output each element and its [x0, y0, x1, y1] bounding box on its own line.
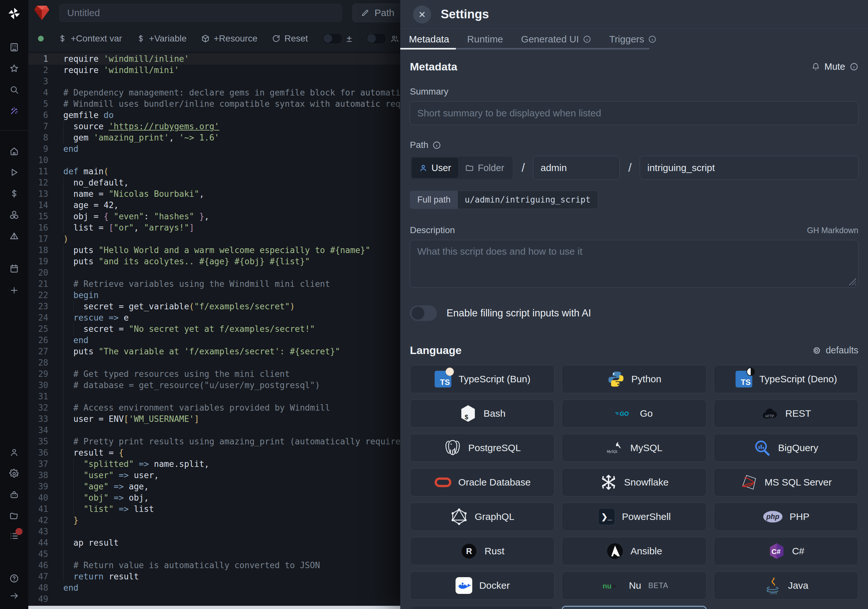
sidebar-prism-icon[interactable] [0, 231, 28, 241]
info-icon[interactable] [850, 62, 858, 71]
language-bigquery-button[interactable]: BigQuery [714, 434, 858, 462]
sidebar-folder-icon[interactable] [0, 511, 28, 521]
full-path-label: Full path [410, 191, 458, 209]
language-typescript-deno--button[interactable]: TSTypeScript (Deno) [714, 365, 858, 393]
line-number: 40 [28, 492, 48, 504]
close-settings-button[interactable] [413, 5, 431, 23]
tab-metadata[interactable]: Metadata [409, 34, 449, 45]
description-textarea[interactable]: What this script does and how to use it [410, 240, 858, 287]
line-content: # Pretty print results using amazing_pri… [64, 436, 405, 447]
line-content: age = 42, [64, 200, 119, 211]
language-python-button[interactable]: Python [562, 365, 706, 393]
language-mysql-button[interactable]: MySQLMySQL [562, 434, 706, 462]
sidebar-home-icon[interactable] [0, 146, 28, 156]
language-oracle-database-button[interactable]: Oracle Database [410, 468, 555, 496]
info-icon [583, 35, 591, 43]
line-content: } [64, 515, 78, 526]
line-content: return result [64, 571, 139, 582]
line-content: end [64, 335, 88, 346]
line-content: begin [64, 290, 99, 301]
bottom-drawer-handle[interactable] [28, 606, 400, 609]
language-graphql-button[interactable]: GraphQL [410, 502, 555, 531]
tab-generated-ui[interactable]: Generated UI [521, 34, 591, 45]
toolbar-button--context-var[interactable]: +Context var [58, 33, 122, 44]
status-dot [38, 36, 44, 42]
language-ansible-button[interactable]: Ansible [562, 537, 706, 565]
notification-badge [16, 528, 23, 535]
path-label: Path [410, 140, 858, 150]
line-number: 22 [28, 290, 48, 301]
language-go-button[interactable]: GOGo [562, 399, 706, 428]
description-label: Description [410, 225, 455, 236]
tab-runtime[interactable]: Runtime [467, 34, 503, 45]
resize-grip[interactable] [849, 278, 856, 285]
language-c#-button[interactable]: C#C# [714, 537, 858, 565]
sidebar-arrow-right-icon[interactable] [0, 591, 28, 601]
line-content: name = "Nicolas Bourbaki", [64, 188, 204, 200]
line-content: secret = "No secret yet at f/examples/se… [64, 324, 315, 335]
summary-input[interactable]: Short summary to be displayed when liste… [410, 101, 858, 125]
sidebar-star-icon[interactable] [0, 64, 28, 73]
metadata-tab-content: Metadata Mute Summary Short summary to b… [400, 50, 868, 609]
toolbar-button--resource[interactable]: +Resource [201, 33, 257, 44]
line-number: 27 [28, 346, 48, 357]
line-number: 48 [28, 582, 48, 594]
line-number: 45 [28, 549, 48, 560]
sidebar-list-icon[interactable] [0, 531, 28, 541]
sidebar-cubes-icon[interactable] [0, 210, 28, 220]
language-rest-button[interactable]: HTTPREST [714, 399, 858, 428]
sidebar-play-icon[interactable] [0, 167, 28, 177]
toolbar-button-reset[interactable]: Reset [272, 33, 308, 44]
language-heading: Language [410, 344, 462, 356]
toolbar-toggle-people[interactable] [366, 33, 399, 44]
sidebar-user-icon[interactable] [0, 448, 28, 457]
line-number: 5 [28, 98, 48, 110]
sidebar-robot-icon[interactable] [0, 490, 28, 500]
tab-triggers[interactable]: Triggers [609, 34, 656, 45]
windmill-logo-icon[interactable] [0, 6, 28, 20]
sidebar-dollar-icon[interactable] [0, 189, 28, 198]
language-postgresql-button[interactable]: PostgreSQL [410, 434, 555, 462]
toolbar-button--variable[interactable]: +Variable [136, 33, 187, 44]
line-content: def main( [64, 166, 108, 177]
info-icon[interactable] [432, 141, 441, 150]
line-number: 3 [28, 76, 48, 87]
language-bash-button[interactable]: $Bash [410, 399, 555, 428]
language-rust-button[interactable]: RRust [410, 537, 555, 565]
full-path-badge: Full path u/admin/intriguing_script [410, 191, 598, 209]
sidebar-gear-icon[interactable] [0, 469, 28, 479]
script-title-input[interactable]: Untitled [59, 4, 342, 22]
language-snowflake-button[interactable]: Snowflake [562, 468, 706, 496]
language-defaults-button[interactable]: defaults [812, 345, 858, 356]
language-typescript-bun--button[interactable]: TSTypeScript (Bun) [410, 365, 555, 393]
language-powershell-button[interactable]: ❯_PowerShell [562, 502, 706, 531]
sidebar-search-icon[interactable] [0, 85, 28, 95]
line-content: gem 'amazing_print', '~> 1.6' [64, 132, 219, 143]
line-number: 38 [28, 470, 48, 481]
language-nu-button[interactable]: nu>NuBETA [562, 571, 706, 600]
language-ms-sql-server-button[interactable]: MS SQL Server [714, 468, 858, 496]
language-java-button[interactable]: JavaJava [714, 571, 858, 600]
line-number: 47 [28, 571, 48, 582]
path-name-input[interactable]: intriguing_script [640, 156, 858, 180]
ai-fill-toggle[interactable] [410, 305, 437, 321]
line-content: no_default, [64, 177, 129, 188]
path-owner-input[interactable]: admin [533, 156, 620, 180]
line-content: # Dependency management: declare gems in… [64, 87, 446, 98]
language-php-button[interactable]: phpPHP [714, 502, 858, 531]
line-content: # Windmill uses bundler/inline compatibl… [64, 98, 420, 110]
sidebar-building-icon[interactable] [0, 42, 28, 52]
owner-kind-user[interactable]: User [412, 158, 458, 178]
sidebar-help-icon[interactable] [0, 573, 28, 583]
toolbar-toggle-plusminus[interactable]: ± [322, 33, 352, 44]
sidebar-calendar-icon[interactable] [0, 263, 28, 273]
line-number: 14 [28, 200, 48, 211]
line-content: ap result [64, 537, 119, 549]
sidebar-plus-icon[interactable] [0, 285, 28, 295]
language-ruby-button[interactable]: RubyBETA [562, 606, 706, 609]
owner-kind-folder[interactable]: Folder [458, 158, 511, 178]
sidebar-wand-icon[interactable] [0, 106, 28, 116]
language-duckdb-button[interactable]: DuckDB [410, 606, 555, 609]
mute-control[interactable]: Mute [811, 61, 858, 72]
language-docker-button[interactable]: Docker [410, 571, 555, 600]
